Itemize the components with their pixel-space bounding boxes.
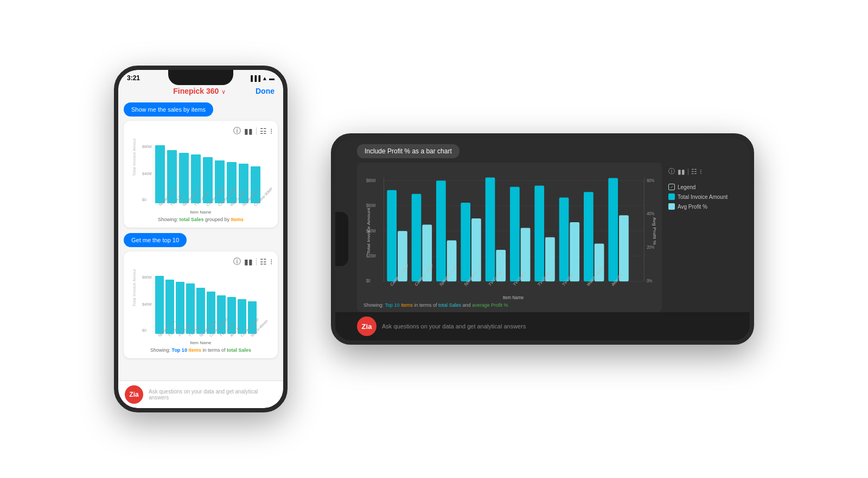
table-icon-landscape[interactable]: ☷ bbox=[691, 168, 697, 176]
portrait-bottom-bar: Zia Ask questions on your data and get a… bbox=[118, 380, 283, 408]
svg-text:Item Name: Item Name bbox=[503, 294, 524, 300]
svg-text:$0: $0 bbox=[142, 198, 146, 202]
zia-input-landscape[interactable]: Ask questions on your data and get analy… bbox=[382, 323, 526, 330]
svg-rect-4 bbox=[155, 145, 165, 203]
chart-type-icon-2[interactable]: ▮▮ bbox=[244, 257, 253, 266]
svg-rect-69 bbox=[436, 180, 446, 281]
info-icon-2[interactable]: ⓘ bbox=[233, 257, 241, 267]
svg-text:$80M: $80M bbox=[366, 178, 375, 183]
chart-card-1: ⓘ ▮▮ ☷ ⁝ $80M $40M $0 bbox=[124, 121, 278, 228]
landscape-main: $80M $60M $40M $20M $0 60% 40% 20% 0% bbox=[335, 163, 750, 312]
svg-text:60%: 60% bbox=[647, 178, 654, 183]
toolbar-divider-landscape bbox=[688, 169, 688, 175]
info-icon-landscape[interactable]: ⓘ bbox=[668, 167, 675, 176]
svg-text:$0: $0 bbox=[366, 279, 371, 284]
chat-bubble-2: Get me the top 10 bbox=[124, 233, 187, 247]
showing-text-1: Showing: total Sales grouped by Items bbox=[129, 217, 272, 222]
svg-rect-75 bbox=[510, 187, 520, 281]
done-button[interactable]: Done bbox=[256, 87, 275, 95]
legend-color-invoice bbox=[668, 193, 675, 200]
legend-label-invoice: Total Invoice Amount bbox=[678, 194, 727, 200]
svg-rect-27 bbox=[155, 276, 164, 334]
svg-text:$40M: $40M bbox=[142, 172, 152, 176]
landscape-legend-panel: ⓘ ▮▮ ☷ ⁝ ✓ Legend Total Invoice Amount bbox=[668, 163, 739, 312]
svg-rect-84 bbox=[619, 215, 629, 281]
chart-toolbar-2: ⓘ ▮▮ ☷ ⁝ bbox=[129, 257, 272, 267]
legend-title-label: Legend bbox=[678, 184, 695, 190]
table-icon-2[interactable]: ☷ bbox=[260, 257, 267, 266]
chart-type-icon-landscape[interactable]: ▮▮ bbox=[678, 168, 685, 176]
zia-logo-portrait: Zia bbox=[129, 391, 138, 398]
svg-text:Avg Profit %: Avg Profit % bbox=[652, 217, 657, 245]
landscape-chart-toolbar: ⓘ ▮▮ ☷ ⁝ bbox=[668, 167, 739, 176]
svg-rect-77 bbox=[534, 186, 544, 282]
grid-icon-landscape[interactable]: ⁝ bbox=[700, 168, 702, 176]
landscape-bottom-bar: Zia Ask questions on your data and get a… bbox=[335, 312, 750, 340]
x-axis-title-2: Item Name bbox=[129, 340, 272, 345]
landscape-showing-text: Showing: Top 10 Items in terms of total … bbox=[363, 300, 658, 308]
svg-text:$0: $0 bbox=[142, 328, 146, 332]
signal-icon: ▐▐▐ bbox=[249, 75, 260, 81]
status-icons: ▐▐▐ ▲ ▬ bbox=[249, 75, 275, 81]
landscape-header: Include Profit % as a bar chart bbox=[335, 138, 750, 163]
scene: 3:21 ▐▐▐ ▲ ▬ Finepick 360 ∨ Done Sho bbox=[0, 0, 868, 478]
query-bubble: Include Profit % as a bar chart bbox=[357, 144, 459, 158]
zia-logo-landscape: Zia bbox=[362, 322, 372, 331]
showing-text-2: Showing: Top 10 Items in terms of total … bbox=[129, 347, 272, 353]
chart-area-1: $80M $40M $0 bbox=[129, 138, 272, 209]
svg-rect-67 bbox=[412, 194, 422, 282]
toolbar-divider bbox=[256, 127, 257, 135]
svg-rect-83 bbox=[608, 178, 618, 282]
legend-item-profit[interactable]: Avg Profit % bbox=[668, 203, 739, 210]
svg-text:Total Invoice Amount: Total Invoice Amount bbox=[366, 208, 371, 254]
landscape-chart-svg: $80M $60M $40M $20M $0 60% 40% 20% 0% bbox=[363, 168, 658, 300]
wifi-icon: ▲ bbox=[262, 75, 267, 81]
app-header: Finepick 360 ∨ Done bbox=[118, 84, 283, 99]
chevron-down-icon: ∨ bbox=[221, 88, 226, 95]
legend-color-profit bbox=[668, 203, 675, 210]
app-title-container[interactable]: Finepick 360 ∨ bbox=[173, 86, 226, 96]
table-icon[interactable]: ☷ bbox=[260, 127, 267, 135]
svg-text:40%: 40% bbox=[647, 211, 654, 217]
landscape-phone: Include Profit % as a bar chart $80M $60… bbox=[331, 133, 754, 345]
zia-button-portrait[interactable]: Zia bbox=[125, 385, 143, 404]
app-title: Finepick 360 bbox=[173, 87, 219, 95]
svg-rect-79 bbox=[559, 198, 569, 282]
toolbar-divider-2 bbox=[256, 258, 257, 266]
chart-type-icon[interactable]: ▮▮ bbox=[244, 127, 253, 135]
status-bar: 3:21 ▐▐▐ ▲ ▬ bbox=[118, 70, 283, 84]
svg-text:$80M: $80M bbox=[142, 275, 152, 279]
grid-icon[interactable]: ⁝ bbox=[270, 127, 272, 135]
x-axis-title-1: Item Name bbox=[129, 210, 272, 215]
landscape-screen: Include Profit % as a bar chart $80M $60… bbox=[335, 138, 750, 340]
zia-button-landscape[interactable]: Zia bbox=[357, 316, 376, 336]
svg-rect-81 bbox=[584, 192, 593, 281]
legend-label-profit: Avg Profit % bbox=[678, 204, 707, 210]
chat-bubble-1: Show me the sales by items bbox=[124, 102, 213, 117]
status-time: 3:21 bbox=[127, 74, 140, 82]
legend-item-invoice[interactable]: Total Invoice Amount bbox=[668, 193, 739, 200]
svg-text:0%: 0% bbox=[647, 279, 652, 284]
zia-input-portrait[interactable]: Ask questions on your data and get analy… bbox=[149, 389, 277, 401]
phone-content: Show me the sales by items ⓘ ▮▮ ☷ ⁝ $80M bbox=[118, 99, 283, 380]
svg-text:Total Invoice Amount: Total Invoice Amount bbox=[132, 269, 137, 307]
grid-icon-2[interactable]: ⁝ bbox=[270, 257, 272, 266]
svg-text:$80M: $80M bbox=[142, 145, 152, 148]
svg-text:$40M: $40M bbox=[142, 302, 152, 306]
svg-text:20%: 20% bbox=[647, 244, 654, 250]
chart-toolbar-1: ⓘ ▮▮ ☷ ⁝ bbox=[129, 126, 272, 136]
svg-text:Total Invoice Amount: Total Invoice Amount bbox=[132, 138, 137, 176]
legend-check-title[interactable]: ✓ bbox=[668, 184, 675, 190]
battery-icon: ▬ bbox=[269, 75, 275, 81]
svg-rect-71 bbox=[461, 203, 470, 281]
chart-area-2: $80M $40M $0 bbox=[129, 269, 272, 339]
portrait-phone: 3:21 ▐▐▐ ▲ ▬ Finepick 360 ∨ Done Sho bbox=[114, 66, 288, 412]
landscape-chart-container: $80M $60M $40M $20M $0 60% 40% 20% 0% bbox=[357, 163, 662, 312]
svg-rect-73 bbox=[486, 177, 495, 281]
chart-card-2: ⓘ ▮▮ ☷ ⁝ $80M $40M $0 bbox=[124, 251, 278, 358]
svg-rect-65 bbox=[387, 190, 397, 281]
portrait-screen: 3:21 ▐▐▐ ▲ ▬ Finepick 360 ∨ Done Sho bbox=[118, 70, 283, 408]
legend-title-item: ✓ Legend bbox=[668, 184, 739, 190]
info-icon[interactable]: ⓘ bbox=[233, 126, 241, 136]
